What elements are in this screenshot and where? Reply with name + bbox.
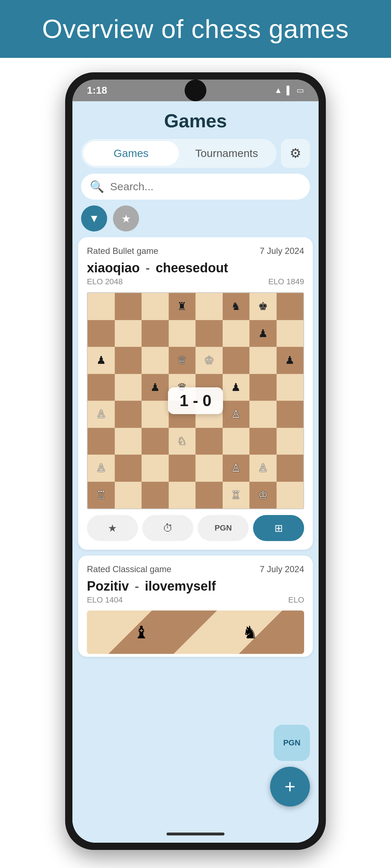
tabs-row: Games Tournaments ⚙ xyxy=(81,139,310,168)
chess-cell-6-5: ♙ xyxy=(223,455,250,482)
chess-piece-4-0: ♙ xyxy=(96,409,106,420)
chess-cell-1-7 xyxy=(277,320,304,347)
elo-row: ELO 2048 ELO 1849 xyxy=(87,277,304,286)
player3-name: Pozitiv xyxy=(87,579,129,594)
chess-cell-3-6 xyxy=(249,374,277,401)
chess-cell-5-2 xyxy=(142,428,169,455)
chess-piece-0-3: ♜ xyxy=(177,301,187,312)
chess-cell-3-0 xyxy=(88,374,115,401)
chess-piece-6-5: ♙ xyxy=(231,463,241,473)
fab-pgn-icon: PGN xyxy=(283,738,300,748)
chess-piece-6-6: ♙ xyxy=(258,463,268,473)
chess-cell-7-5: ♖ xyxy=(223,482,250,509)
chess-cell-1-5 xyxy=(223,320,250,347)
game-date: 7 July 2024 xyxy=(260,246,304,256)
chess-cell-0-5: ♞ xyxy=(223,293,250,320)
favorite-button[interactable]: ★ xyxy=(87,515,138,541)
chess-cell-1-3 xyxy=(169,320,196,347)
chess-cell-7-0: ♖ xyxy=(88,482,115,509)
chess-cell-0-0 xyxy=(88,293,115,320)
gear-icon: ⚙ xyxy=(290,146,301,161)
tab-games[interactable]: Games xyxy=(83,141,179,166)
header-title: Overview of chess games xyxy=(42,14,349,44)
piece-preview-1: ♝ xyxy=(134,622,149,642)
filter-button[interactable]: ▼ xyxy=(81,205,107,231)
chess-cell-4-2 xyxy=(142,401,169,428)
chess-cell-0-4 xyxy=(196,293,223,320)
search-input[interactable] xyxy=(110,180,301,193)
star-filter-icon: ★ xyxy=(121,212,131,225)
chess-cell-5-6 xyxy=(249,428,277,455)
chess-cell-7-7 xyxy=(277,482,304,509)
chess-cell-5-7 xyxy=(277,428,304,455)
filter-icon: ▼ xyxy=(89,212,100,225)
phone-wrapper: 1:18 ▲ ▌ ▭ Games Games xyxy=(0,58,391,868)
game-card[interactable]: Rated Bullet game 7 July 2024 xiaoqiao -… xyxy=(78,237,313,550)
chess-cell-7-1 xyxy=(115,482,142,509)
chess-cell-3-1 xyxy=(115,374,142,401)
chess-cell-3-2: ♟ xyxy=(142,374,169,401)
chess-board[interactable]: ♜♞♚♟♟♕♔♟♟♛♟♙♙♘♙♙♙♖♖♔1 - 0 xyxy=(87,292,304,509)
player1-name: xiaoqiao xyxy=(87,260,140,276)
piece-preview-2: ♞ xyxy=(242,622,258,642)
chess-cell-0-7 xyxy=(277,293,304,320)
game2-date: 7 July 2024 xyxy=(260,564,304,574)
search-bar[interactable]: 🔍 xyxy=(81,174,310,200)
chess-cell-4-6 xyxy=(249,401,277,428)
chess-cell-3-7 xyxy=(277,374,304,401)
chess-cell-2-3: ♕ xyxy=(169,347,196,374)
chess-cell-5-3: ♘ xyxy=(169,428,196,455)
analyze-icon: ⊞ xyxy=(274,522,283,534)
chess-cell-0-6: ♚ xyxy=(249,293,277,320)
chess-piece-2-3: ♕ xyxy=(177,355,187,366)
chess-cell-7-3 xyxy=(169,482,196,509)
chess-cell-6-1 xyxy=(115,455,142,482)
chess-cell-0-3: ♜ xyxy=(169,293,196,320)
fab-pgn-button[interactable]: PGN xyxy=(274,725,310,761)
chess-cell-6-2 xyxy=(142,455,169,482)
clock-button[interactable]: ⏱ xyxy=(142,515,193,541)
fab-add-icon: + xyxy=(285,776,295,797)
chess-piece-2-7: ♟ xyxy=(285,355,295,366)
tabs-container: Games Tournaments xyxy=(81,139,277,168)
players2-row: Pozitiv - ilovemyself xyxy=(87,579,304,594)
analyze-button[interactable]: ⊞ xyxy=(253,515,304,541)
players-row: xiaoqiao - cheesedout xyxy=(87,260,304,276)
battery-icon: ▭ xyxy=(297,86,304,95)
game-card-header: Rated Bullet game 7 July 2024 xyxy=(87,246,304,256)
chess-cell-2-0: ♟ xyxy=(88,347,115,374)
vs2-separator: - xyxy=(135,579,139,594)
chess-cell-6-4 xyxy=(196,455,223,482)
status-time: 1:18 xyxy=(87,85,107,96)
fab-area: PGN + xyxy=(270,725,310,807)
chess-cell-1-2 xyxy=(142,320,169,347)
chess-cell-5-5 xyxy=(223,428,250,455)
fab-add-button[interactable]: + xyxy=(270,767,310,807)
chess-cell-0-2 xyxy=(142,293,169,320)
chess-cell-1-0 xyxy=(88,320,115,347)
status-icons: ▲ ▌ ▭ xyxy=(274,86,304,95)
game-score: 1 - 0 xyxy=(168,387,223,414)
settings-button[interactable]: ⚙ xyxy=(281,139,310,168)
status-bar: 1:18 ▲ ▌ ▭ xyxy=(72,80,319,101)
elo2-row: ELO 1404 ELO xyxy=(87,595,304,605)
vs-separator: - xyxy=(146,260,150,276)
chess-cell-6-3 xyxy=(169,455,196,482)
app-title: Games xyxy=(72,101,319,139)
player1-elo: ELO 2048 xyxy=(87,277,123,286)
signal-icon: ▌ xyxy=(286,86,292,95)
chess-cell-5-4 xyxy=(196,428,223,455)
pgn-button[interactable]: PGN xyxy=(198,515,249,541)
favorites-filter-button[interactable]: ★ xyxy=(113,205,139,231)
chess-cell-3-5: ♟ xyxy=(223,374,250,401)
home-indicator xyxy=(167,833,224,835)
chess-cell-2-1 xyxy=(115,347,142,374)
app-content: Games Games Tournaments ⚙ xyxy=(72,101,319,843)
game-card-partial[interactable]: Rated Classical game 7 July 2024 Pozitiv… xyxy=(78,556,313,657)
chess-piece-3-5: ♟ xyxy=(231,382,241,393)
chess-piece-7-6: ♔ xyxy=(258,490,268,501)
action-row: ★ ⏱ PGN ⊞ xyxy=(87,515,304,541)
chess-piece-7-5: ♖ xyxy=(231,490,241,501)
chess-cell-1-4 xyxy=(196,320,223,347)
tab-tournaments[interactable]: Tournaments xyxy=(179,141,274,166)
